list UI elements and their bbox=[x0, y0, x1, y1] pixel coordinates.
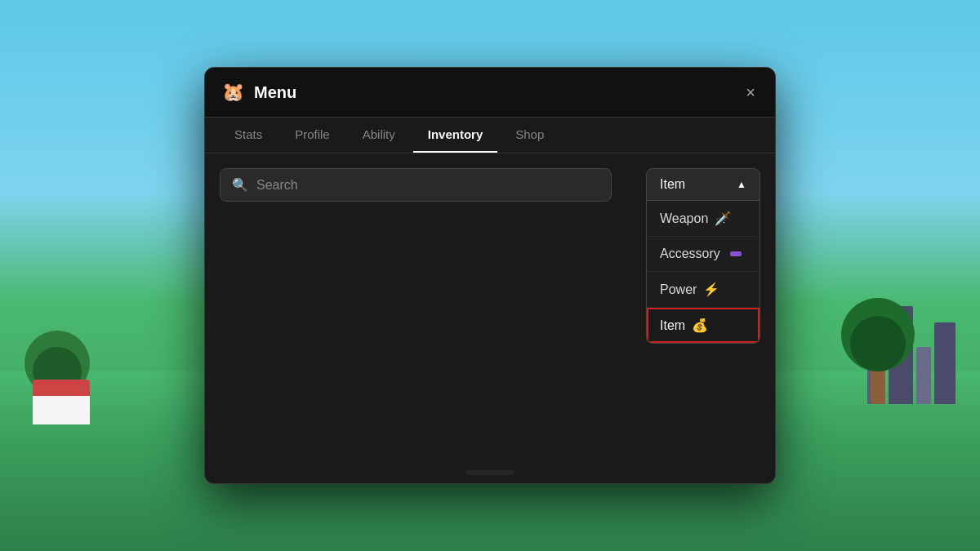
modal-close-button[interactable]: × bbox=[741, 82, 760, 102]
search-bar: 🔍 bbox=[220, 168, 612, 202]
modal-content: 🔍 Item ▲ Weapon 🗡️ bbox=[205, 153, 775, 464]
dropdown-item-accessory[interactable]: Accessory bbox=[647, 237, 760, 272]
search-icon: 🔍 bbox=[232, 177, 248, 193]
item-label: Item bbox=[660, 318, 685, 333]
search-input[interactable] bbox=[256, 178, 599, 193]
dropdown-item-weapon[interactable]: Weapon 🗡️ bbox=[647, 201, 760, 237]
dropdown-menu: Weapon 🗡️ Accessory Power ⚡ bbox=[646, 201, 760, 344]
tab-shop[interactable]: Shop bbox=[501, 118, 559, 153]
modal-title: Menu bbox=[254, 83, 741, 102]
dropdown-container: Item ▲ Weapon 🗡️ Accessory bbox=[646, 168, 760, 344]
modal-icon: 🐹 bbox=[220, 79, 246, 105]
tab-ability[interactable]: Ability bbox=[348, 118, 410, 153]
tab-profile[interactable]: Profile bbox=[280, 118, 345, 153]
tab-stats[interactable]: Stats bbox=[220, 118, 277, 153]
accessory-label: Accessory bbox=[660, 247, 720, 261]
dropdown-item-item[interactable]: Item 💰 bbox=[647, 308, 760, 343]
modal-window: 🐹 Menu × Stats Profile Ability Inventory… bbox=[204, 67, 776, 484]
accessory-icon bbox=[730, 251, 742, 256]
power-label: Power bbox=[660, 282, 697, 297]
weapon-label: Weapon bbox=[660, 211, 708, 226]
dropdown-trigger[interactable]: Item ▲ bbox=[646, 168, 760, 201]
modal-backdrop: 🐹 Menu × Stats Profile Ability Inventory… bbox=[0, 0, 980, 551]
modal-scrollbar[interactable] bbox=[466, 470, 514, 475]
item-icon: 💰 bbox=[692, 318, 708, 333]
weapon-icon: 🗡️ bbox=[715, 211, 731, 226]
modal-titlebar: 🐹 Menu × bbox=[205, 68, 775, 118]
power-icon: ⚡ bbox=[703, 282, 719, 297]
modal-tabs: Stats Profile Ability Inventory Shop bbox=[205, 118, 775, 153]
dropdown-arrow-icon: ▲ bbox=[737, 179, 746, 190]
tab-inventory[interactable]: Inventory bbox=[413, 118, 498, 153]
dropdown-item-power[interactable]: Power ⚡ bbox=[647, 272, 760, 308]
dropdown-trigger-label: Item bbox=[660, 177, 685, 192]
